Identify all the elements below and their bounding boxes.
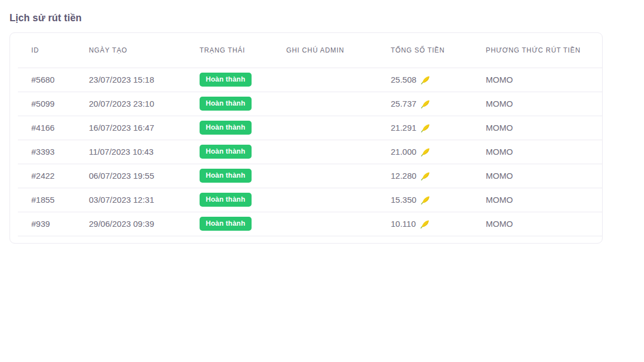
cell-admin-note xyxy=(286,212,391,236)
leaf-coin-icon xyxy=(420,75,430,85)
cell-id: #5680 xyxy=(18,68,89,92)
amount-value: 21.000 xyxy=(391,147,416,156)
cell-id: #939 xyxy=(18,212,89,236)
column-header-method: PHƯƠNG THỨC RÚT TIỀN xyxy=(486,33,602,68)
page-title: Lịch sử rút tiền xyxy=(10,12,634,24)
status-badge: Hoàn thành xyxy=(200,97,252,111)
cell-status: Hoàn thành xyxy=(200,116,286,140)
column-header-note: GHI CHÚ ADMIN xyxy=(286,33,391,68)
cell-method: MOMO xyxy=(486,212,602,236)
withdraw-history-page: Lịch sử rút tiền IDNGÀY TẠOTRẠNG THÁIGHI… xyxy=(0,0,644,244)
cell-method: MOMO xyxy=(486,188,602,212)
leaf-coin-icon xyxy=(420,147,430,157)
cell-amount: 21.291 xyxy=(391,116,486,140)
cell-amount: 25.737 xyxy=(391,92,486,116)
status-badge: Hoàn thành xyxy=(200,145,252,159)
withdraw-history-card: IDNGÀY TẠOTRẠNG THÁIGHI CHÚ ADMINTỔNG SỐ… xyxy=(10,32,603,244)
table-header-row: IDNGÀY TẠOTRẠNG THÁIGHI CHÚ ADMINTỔNG SỐ… xyxy=(18,33,602,68)
cell-amount: 21.000 xyxy=(391,140,486,164)
amount-value: 12.280 xyxy=(391,171,416,180)
cell-admin-note xyxy=(286,92,391,116)
cell-status: Hoàn thành xyxy=(200,164,286,188)
cell-admin-note xyxy=(286,188,391,212)
cell-id: #5099 xyxy=(18,92,89,116)
column-header-created: NGÀY TẠO xyxy=(89,33,200,68)
cell-amount: 25.508 xyxy=(391,68,486,92)
table-row: #2422 06/07/2023 19:55 Hoàn thành 12.280… xyxy=(18,164,602,188)
status-badge: Hoàn thành xyxy=(200,73,252,87)
status-badge: Hoàn thành xyxy=(200,121,252,135)
cell-id: #4166 xyxy=(18,116,89,140)
cell-method: MOMO xyxy=(486,164,602,188)
cell-amount: 15.350 xyxy=(391,188,486,212)
status-badge: Hoàn thành xyxy=(200,169,252,183)
cell-status: Hoàn thành xyxy=(200,68,286,92)
status-badge: Hoàn thành xyxy=(200,193,252,207)
cell-created: 11/07/2023 10:43 xyxy=(89,140,200,164)
cell-id: #2422 xyxy=(18,164,89,188)
cell-admin-note xyxy=(286,140,391,164)
cell-status: Hoàn thành xyxy=(200,92,286,116)
withdraw-history-table: IDNGÀY TẠOTRẠNG THÁIGHI CHÚ ADMINTỔNG SỐ… xyxy=(18,33,602,236)
table-row: #5680 23/07/2023 15:18 Hoàn thành 25.508… xyxy=(18,68,602,92)
amount-value: 10.110 xyxy=(391,219,416,228)
table-row: #4166 16/07/2023 16:47 Hoàn thành 21.291… xyxy=(18,116,602,140)
cell-status: Hoàn thành xyxy=(200,188,286,212)
cell-admin-note xyxy=(286,68,391,92)
cell-amount: 12.280 xyxy=(391,164,486,188)
leaf-coin-icon xyxy=(420,195,430,205)
cell-created: 20/07/2023 23:10 xyxy=(89,92,200,116)
cell-created: 16/07/2023 16:47 xyxy=(89,116,200,140)
leaf-coin-icon xyxy=(420,123,430,133)
cell-created: 06/07/2023 19:55 xyxy=(89,164,200,188)
amount-value: 25.508 xyxy=(391,75,416,84)
cell-created: 23/07/2023 15:18 xyxy=(89,68,200,92)
amount-value: 25.737 xyxy=(391,99,416,108)
column-header-status: TRẠNG THÁI xyxy=(200,33,286,68)
amount-value: 21.291 xyxy=(391,123,416,132)
cell-method: MOMO xyxy=(486,140,602,164)
table-row: #939 29/06/2023 09:39 Hoàn thành 10.110 … xyxy=(18,212,602,236)
status-badge: Hoàn thành xyxy=(200,217,252,231)
table-row: #1855 03/07/2023 12:31 Hoàn thành 15.350… xyxy=(18,188,602,212)
cell-amount: 10.110 xyxy=(391,212,486,236)
cell-admin-note xyxy=(286,116,391,140)
leaf-coin-icon xyxy=(420,219,430,229)
cell-id: #1855 xyxy=(18,188,89,212)
cell-method: MOMO xyxy=(486,68,602,92)
table-row: #5099 20/07/2023 23:10 Hoàn thành 25.737… xyxy=(18,92,602,116)
cell-admin-note xyxy=(286,164,391,188)
leaf-coin-icon xyxy=(420,171,430,181)
cell-method: MOMO xyxy=(486,92,602,116)
cell-id: #3393 xyxy=(18,140,89,164)
leaf-coin-icon xyxy=(420,99,430,109)
cell-status: Hoàn thành xyxy=(200,140,286,164)
cell-method: MOMO xyxy=(486,116,602,140)
cell-created: 03/07/2023 12:31 xyxy=(89,188,200,212)
cell-created: 29/06/2023 09:39 xyxy=(89,212,200,236)
cell-status: Hoàn thành xyxy=(200,212,286,236)
amount-value: 15.350 xyxy=(391,195,416,204)
table-row: #3393 11/07/2023 10:43 Hoàn thành 21.000… xyxy=(18,140,602,164)
column-header-id: ID xyxy=(18,33,89,68)
column-header-amount: TỔNG SỐ TIỀN xyxy=(391,33,486,68)
